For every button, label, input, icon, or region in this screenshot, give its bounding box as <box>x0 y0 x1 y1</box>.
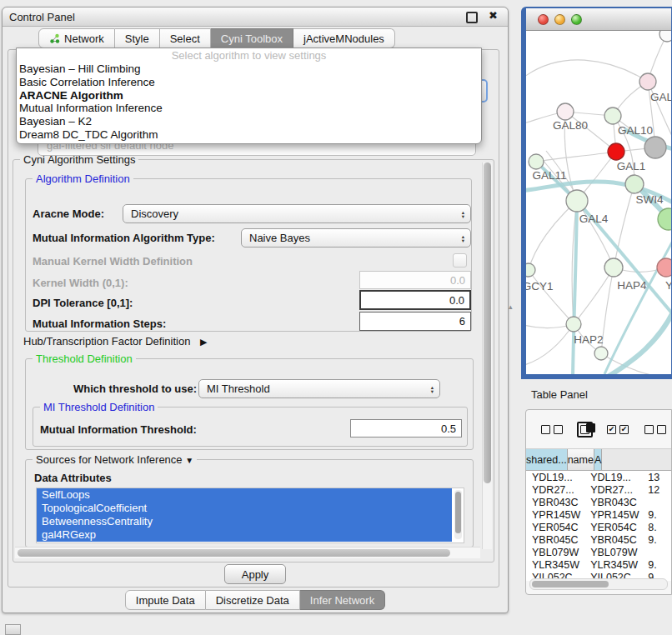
attribute-item[interactable]: SelfLoops <box>37 488 452 502</box>
gear-icon[interactable] <box>539 425 564 434</box>
network-node[interactable] <box>529 154 544 169</box>
settings-horizontal-scrollbar[interactable] <box>15 547 480 558</box>
table-panel: shared...nameA YDL19... YDL19... 13 YDR2… <box>525 409 672 595</box>
table-panel-title: Table Panel <box>521 382 672 406</box>
table-horizontal-scroll-thumb[interactable] <box>532 581 609 588</box>
network-canvas[interactable]: GALGAL80GAL10GAL1GAL11GAL4SWI4GCY1HAP4YH… <box>526 31 671 375</box>
cyni-bottom-tab[interactable]: Discretize Data <box>206 590 300 610</box>
kernel-width-field[interactable]: 0.0 <box>359 271 471 289</box>
table-row[interactable]: YBL079W YBL079W <box>526 546 671 558</box>
algorithm-option[interactable]: Bayesian – K2 <box>17 115 481 128</box>
network-node[interactable] <box>566 190 588 212</box>
cell-name: YBR045C <box>584 534 642 546</box>
minimize-icon[interactable] <box>554 14 565 25</box>
attribute-item[interactable]: gal4RGexp <box>37 528 452 542</box>
settings-vertical-scroll-thumb[interactable] <box>484 162 491 483</box>
settings-vertical-scrollbar[interactable] <box>482 162 492 549</box>
algorithm-option[interactable]: Bayesian – Hill Climbing <box>17 62 481 76</box>
network-edge[interactable] <box>526 324 574 366</box>
algorithm-option[interactable]: ARACNE Algorithm <box>17 89 481 102</box>
manual-kernel-width-checkbox[interactable] <box>453 253 467 268</box>
table-row[interactable]: YDR27... YDR27... 12 <box>526 483 671 496</box>
network-node[interactable] <box>557 103 574 120</box>
control-panel-window: Control Panel ✖ Network <box>2 7 509 613</box>
cell-name: YBL079W <box>584 547 642 558</box>
float-window-icon[interactable] <box>466 12 478 23</box>
network-edge[interactable] <box>608 309 671 375</box>
network-node[interactable] <box>594 347 608 360</box>
control-panel-tab[interactable]: Cyni Toolbox <box>211 28 293 48</box>
collapse-arrow-icon[interactable]: ▼ <box>185 456 193 465</box>
node-label: GAL <box>650 91 671 103</box>
algorithm-option[interactable]: Mutual Information Inference <box>17 102 481 115</box>
table-row[interactable]: YLR345W YLR345W 9. <box>526 558 671 571</box>
panel-resize-grip[interactable] <box>5 624 21 635</box>
network-node[interactable] <box>566 317 581 332</box>
mi-threshold-field[interactable]: 0.5 <box>350 419 462 438</box>
hub-tf-definition-toggle[interactable]: Hub/Transcription Factor Definition ▶ <box>23 335 207 348</box>
apply-button[interactable]: Apply <box>224 564 286 584</box>
settings-horizontal-scroll-thumb[interactable] <box>18 549 450 557</box>
mi-algorithm-type-label: Mutual Information Algorithm Type: <box>33 232 215 244</box>
table-row[interactable]: YDL19... YDL19... 13 <box>526 471 671 483</box>
cell-value: 12 <box>642 484 671 496</box>
network-node[interactable] <box>604 108 621 124</box>
attribute-list-scroll-thumb[interactable] <box>455 492 461 533</box>
network-edge[interactable] <box>529 270 574 324</box>
mi-algorithm-type-combo[interactable]: Naive Bayes <box>241 228 471 248</box>
table-panel-toolbar <box>526 410 671 449</box>
control-panel-tab[interactable]: jActiveMNodules <box>293 28 395 48</box>
table-row[interactable]: YBR045C YBR045C 9. <box>526 533 671 546</box>
cell-value: 9. <box>642 559 671 571</box>
network-node[interactable] <box>644 137 666 158</box>
algorithm-option[interactable]: Basic Correlation Inference <box>17 76 481 89</box>
network-node[interactable] <box>526 263 535 277</box>
control-panel-tab[interactable]: Style <box>115 28 160 48</box>
checked-pair-icon[interactable] <box>605 425 630 434</box>
table-row[interactable]: YER054C YER054C 8. <box>526 521 671 533</box>
network-edge[interactable] <box>529 201 577 270</box>
cell-value: 13 <box>642 472 671 483</box>
network-edge[interactable] <box>577 201 614 268</box>
table-row[interactable]: YPR145W YPR145W 9. <box>526 508 671 521</box>
expand-arrow-icon[interactable]: ▶ <box>200 337 207 347</box>
network-edge[interactable] <box>526 60 648 82</box>
node-label: GAL10 <box>618 124 653 137</box>
aracne-mode-combo[interactable]: Discovery <box>123 204 471 223</box>
algorithm-option[interactable]: Dream8 DC_TDC Algorithm <box>17 128 481 142</box>
network-node[interactable] <box>608 143 624 160</box>
table-horizontal-scrollbar[interactable] <box>529 578 668 590</box>
attribute-item[interactable]: TopologicalCoefficient <box>37 502 452 515</box>
network-node[interactable] <box>657 258 671 277</box>
control-panel-tab[interactable]: Network <box>38 28 115 48</box>
mi-steps-field[interactable]: 6 <box>359 312 471 331</box>
network-edge[interactable] <box>573 201 577 375</box>
table-row[interactable]: YBR043C YBR043C <box>526 496 671 508</box>
attribute-list-scrollbar[interactable] <box>454 490 462 539</box>
network-node[interactable] <box>625 175 644 193</box>
kernel-width-value: 0.0 <box>450 274 465 287</box>
network-node[interactable] <box>659 31 671 42</box>
cyni-bottom-tab[interactable]: Impute Data <box>125 590 206 610</box>
cell-name: YER054C <box>584 522 642 533</box>
cell-shared-name: YBR043C <box>526 497 584 508</box>
zoom-icon[interactable] <box>571 14 582 25</box>
dpi-tolerance-field[interactable]: 0.0 <box>359 290 471 310</box>
control-panel-tab[interactable]: Select <box>160 28 211 48</box>
network-node[interactable] <box>604 258 623 277</box>
network-window-titlebar <box>526 8 671 31</box>
network-edge[interactable] <box>574 268 614 324</box>
table-column-header[interactable]: A <box>594 449 602 470</box>
pane-divider-arrow-icon[interactable]: ▴ <box>509 302 513 311</box>
which-threshold-combo[interactable]: MI Threshold <box>198 379 440 398</box>
split-columns-icon[interactable] <box>577 422 593 438</box>
cyni-bottom-tab[interactable]: Infer Network <box>300 590 385 610</box>
close-icon[interactable]: ✖ <box>489 9 498 22</box>
attribute-item[interactable]: BetweennessCentrality <box>37 515 452 528</box>
table-column-header[interactable]: name <box>568 449 594 470</box>
cyni-bottom-tabbar: Impute Data Discretize Data Infer Networ… <box>3 590 508 610</box>
close-icon[interactable] <box>538 14 549 25</box>
unchecked-pair-icon[interactable] <box>643 425 668 434</box>
table-column-header[interactable]: shared... <box>526 449 568 470</box>
network-node[interactable] <box>639 73 656 90</box>
